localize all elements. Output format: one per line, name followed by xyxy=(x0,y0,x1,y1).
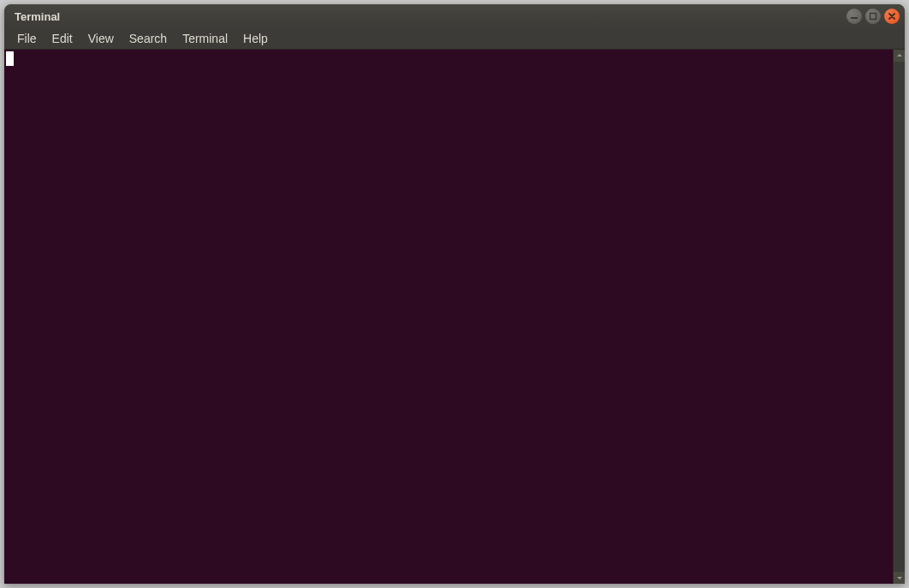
maximize-button[interactable] xyxy=(865,9,881,24)
terminal-content[interactable] xyxy=(4,50,893,584)
chevron-up-icon xyxy=(896,52,903,59)
minimize-icon xyxy=(850,12,858,21)
close-button[interactable] xyxy=(884,9,900,24)
menu-edit[interactable]: Edit xyxy=(45,29,80,48)
close-icon xyxy=(888,12,896,21)
menu-file[interactable]: File xyxy=(9,29,45,48)
vertical-scrollbar[interactable] xyxy=(893,50,905,584)
terminal-window: Terminal File Edit View Search Terminal … xyxy=(4,4,905,584)
window-controls xyxy=(847,9,900,24)
maximize-icon xyxy=(869,12,877,21)
menu-help[interactable]: Help xyxy=(235,29,276,48)
terminal-body xyxy=(4,50,905,584)
titlebar[interactable]: Terminal xyxy=(4,4,905,28)
menubar: File Edit View Search Terminal Help xyxy=(4,28,905,50)
menu-view[interactable]: View xyxy=(80,29,122,48)
svg-rect-0 xyxy=(851,17,858,19)
minimize-button[interactable] xyxy=(847,9,862,24)
terminal-cursor xyxy=(6,51,14,66)
menu-search[interactable]: Search xyxy=(122,29,175,48)
menu-terminal[interactable]: Terminal xyxy=(175,29,235,48)
scroll-up-button[interactable] xyxy=(894,50,905,62)
chevron-down-icon xyxy=(896,574,903,581)
window-title: Terminal xyxy=(15,10,60,23)
scroll-track[interactable] xyxy=(894,62,905,572)
scroll-down-button[interactable] xyxy=(894,572,905,584)
svg-rect-1 xyxy=(870,14,876,20)
